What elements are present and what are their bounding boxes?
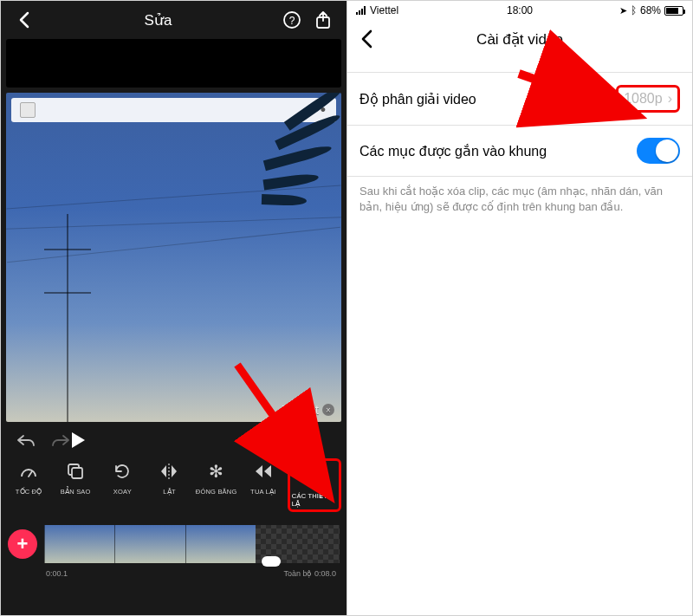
tool-strip: TỐC ĐỘ BẢN SAO XOAY LẬT ✻ ĐÓNG BĂNG TUA … [1,458,346,515]
resolution-value-group[interactable]: 1080p › [616,85,680,113]
chevron-right-icon: › [668,91,672,107]
tool-settings[interactable]: CÁC THIẾT LẬ [288,458,341,512]
resolution-label: Độ phân giải video [359,91,476,107]
flip-icon [156,458,182,484]
editor-topbar: Sửa ? [1,1,346,39]
nav-bar: Cài đặt video [347,20,692,58]
redo-icon[interactable] [51,434,70,446]
nav-title: Cài đặt video [347,30,692,49]
rewind-icon [250,458,276,484]
status-bar: Viettel 18:00 ➤ ᛒ 68% [347,1,692,20]
help-icon[interactable]: ? [281,9,303,31]
anchor-toggle[interactable] [637,138,680,164]
copy-icon [62,458,88,484]
inshot-watermark[interactable]: InShOt× [281,403,334,417]
anchor-description: Sau khi cắt hoặc xóa clip, các mục (âm n… [347,177,692,214]
overlay-thumb-icon [20,102,36,118]
speedometer-icon [16,458,42,484]
timecodes: 0:00.1 Toàn bộ 0:08.0 [1,567,346,583]
clip-handle[interactable] [262,556,281,567]
battery-icon [664,6,683,16]
svg-rect-4 [72,468,82,478]
clip-frame[interactable] [114,525,185,563]
settings-screen: Viettel 18:00 ➤ ᛒ 68% Cài đặt video Độ p… [346,1,692,615]
anchor-label: Các mục được gắn vào khung [359,143,547,159]
play-controls [1,422,346,458]
svg-text:?: ? [289,15,295,27]
timeline[interactable]: + [1,515,346,567]
clip-frame[interactable] [44,525,114,563]
editor-screen: Sửa ? ••• InShOt× [1,1,346,615]
share-icon[interactable] [312,9,334,31]
time-total: Toàn bộ 0:08.0 [283,569,336,578]
play-button[interactable] [70,431,279,449]
rotate-icon [109,458,135,484]
time-start: 0:00.1 [46,569,68,578]
tool-rotate[interactable]: XOAY [100,458,145,496]
back-icon[interactable] [13,9,36,31]
snowflake-icon: ✻ [204,458,230,484]
resolution-value: 1080p [624,91,663,107]
add-clip-button[interactable]: + [8,529,37,559]
tool-reverse[interactable]: TUA LẠI [241,458,286,496]
timeline-clips[interactable] [44,525,340,563]
gear-icon [301,463,327,489]
tool-freeze[interactable]: ✻ ĐÓNG BĂNG [194,458,239,496]
ad-placeholder [6,39,341,88]
video-preview[interactable]: ••• InShOt× [6,93,341,422]
tool-speed[interactable]: TỐC ĐỘ [6,458,51,496]
status-time: 18:00 [347,4,692,16]
row-anchor-frame: Các mục được gắn vào khung [347,126,692,177]
close-icon[interactable]: × [322,404,334,416]
clip-frame[interactable] [185,525,256,563]
svg-point-5 [312,473,317,478]
editor-title: Sửa [36,11,281,29]
undo-icon[interactable] [16,434,36,446]
row-video-resolution[interactable]: Độ phân giải video 1080p › [347,72,692,126]
tool-copy[interactable]: BẢN SAO [53,458,98,496]
tool-flip[interactable]: LẬT [146,458,191,496]
